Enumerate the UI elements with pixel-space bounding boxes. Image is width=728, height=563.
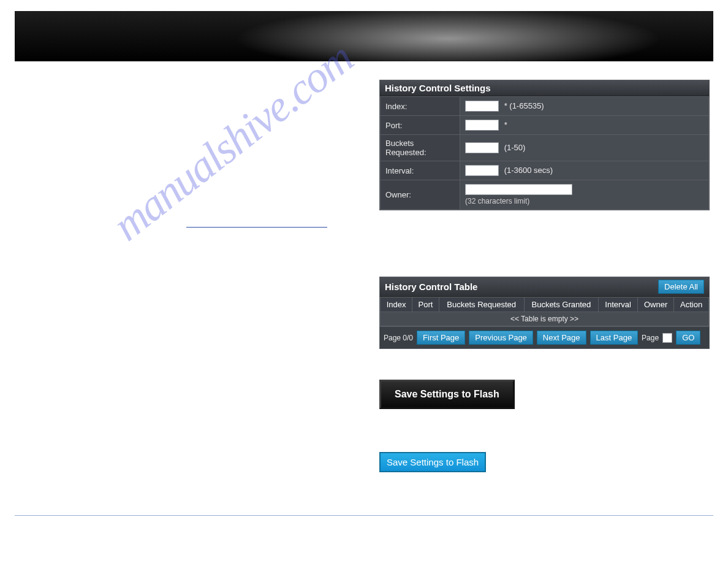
first-page-button[interactable]: First Page — [417, 331, 465, 345]
save-settings-flash-menu-label: Save Settings to Flash — [381, 381, 513, 407]
interval-hint: (1-3600 secs) — [504, 166, 553, 175]
settings-form-table: Index: * (1-65535) Port: * — [380, 96, 709, 210]
interval-input[interactable] — [465, 165, 499, 176]
delete-all-button[interactable]: Delete All — [658, 280, 704, 294]
previous-page-button[interactable]: Previous Page — [469, 331, 533, 345]
col-owner: Owner — [638, 297, 674, 312]
col-interval: Interval — [599, 297, 638, 312]
save-settings-flash-button[interactable]: Save Settings to Flash — [379, 452, 486, 472]
port-label: Port: — [381, 116, 460, 135]
port-hint: * — [504, 120, 507, 129]
index-label: Index: — [381, 97, 460, 116]
right-column: History Control Settings Index: * (1-655… — [379, 80, 713, 472]
left-column — [15, 80, 355, 472]
col-buckets-requested: Buckets Requested — [439, 297, 524, 312]
col-index: Index — [381, 297, 412, 312]
footer-divider — [15, 515, 713, 516]
port-input[interactable] — [465, 120, 499, 131]
buckets-requested-label: Buckets Requested: — [381, 135, 460, 161]
history-control-settings-panel: History Control Settings Index: * (1-655… — [379, 80, 710, 210]
index-hint: * (1-65535) — [504, 101, 544, 110]
pager-position: Page 0/0 — [384, 334, 413, 342]
interval-label: Interval: — [381, 161, 460, 180]
table-empty-text: << Table is empty >> — [381, 312, 709, 326]
page-number-input[interactable] — [662, 333, 672, 343]
pager: Page 0/0 First Page Previous Page Next P… — [379, 327, 710, 349]
owner-input[interactable] — [465, 184, 572, 195]
panel-title: History Control Settings — [385, 83, 491, 93]
col-buckets-granted: Buckets Granted — [524, 297, 599, 312]
col-port: Port — [412, 297, 439, 312]
index-input[interactable] — [465, 101, 499, 112]
link-underline — [186, 227, 327, 228]
save-settings-flash-menu[interactable]: Save Settings to Flash — [379, 380, 515, 409]
history-control-table-panel: History Control Table Delete All Index P… — [379, 277, 710, 327]
top-banner — [15, 11, 713, 61]
panel-header: History Control Settings — [380, 80, 709, 96]
next-page-button[interactable]: Next Page — [537, 331, 586, 345]
page-label: Page — [642, 334, 659, 342]
owner-label: Owner: — [381, 180, 460, 210]
panel-title: History Control Table — [385, 282, 477, 292]
owner-hint: (32 characters limit) — [465, 197, 703, 205]
panel-header: History Control Table Delete All — [380, 277, 709, 297]
col-action: Action — [674, 297, 709, 312]
buckets-requested-input[interactable] — [465, 142, 499, 153]
last-page-button[interactable]: Last Page — [590, 331, 639, 345]
history-control-grid: Index Port Buckets Requested Buckets Gra… — [380, 297, 709, 326]
go-button[interactable]: GO — [676, 331, 700, 345]
buckets-requested-hint: (1-50) — [504, 143, 526, 152]
